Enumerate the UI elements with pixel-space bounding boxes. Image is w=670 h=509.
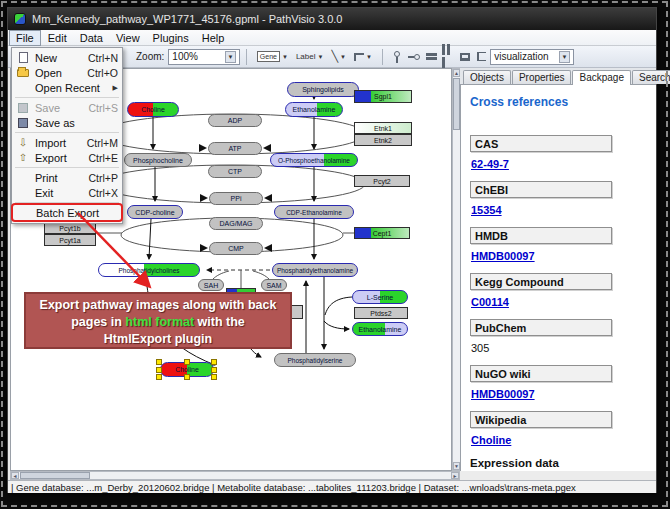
align-center-x-button[interactable] — [391, 48, 404, 65]
connector-tool-button[interactable]: ▼ — [351, 48, 375, 66]
gene-node-pcyt2[interactable]: Pcyt2 — [354, 175, 410, 187]
node-phosphatidylserine[interactable]: Phosphatidylserine — [274, 353, 356, 367]
align-center-y-button[interactable] — [408, 48, 421, 65]
gene-node-pcyt1a[interactable]: Pcyt1a — [44, 234, 96, 246]
gene-node-sgpl1[interactable]: Sgpl1 — [354, 90, 412, 103]
send-to-back-button[interactable] — [475, 48, 488, 65]
scroll-right-icon[interactable]: ► — [451, 472, 459, 479]
visualization-combobox[interactable]: visualization ▼ — [490, 49, 574, 65]
chevron-down-icon[interactable]: ▼ — [340, 54, 346, 60]
node-o-phosphoethanolamine[interactable]: O-Phosphoethanolamine — [270, 153, 358, 167]
menu-help[interactable]: Help — [196, 31, 231, 45]
xref-link[interactable]: HMDB00097 — [471, 388, 648, 400]
node-atp[interactable]: ATP — [208, 142, 262, 155]
selection-handle[interactable] — [156, 367, 162, 373]
node-dag-mag[interactable]: DAG/MAG — [209, 217, 263, 230]
node-choline[interactable]: Choline — [127, 102, 179, 117]
canvas-horizontal-scrollbar[interactable]: ◄ ► — [10, 471, 460, 480]
line-tool-button[interactable]: ╲ ▼ — [328, 48, 349, 66]
node-cdp-ethanolamine[interactable]: CDP-Ethanolamine — [274, 205, 354, 219]
selection-handle[interactable] — [184, 374, 190, 380]
xref-section-pubchem: PubChem 305 — [470, 319, 648, 354]
xref-link[interactable]: C00114 — [471, 296, 648, 308]
add-label-button[interactable]: Label ▼ — [293, 48, 327, 66]
xref-section-chebi: ChEBI 15354 — [470, 181, 648, 216]
file-menu-exit[interactable]: Exit Ctrl+X — [12, 185, 122, 200]
file-menu-import[interactable]: ⇩ Import Ctrl+M — [12, 135, 122, 150]
app-window: Mm_Kennedy_pathway_WP1771_45176.gpml - P… — [7, 7, 657, 493]
xref-section-hmdb: HMDB HMDB00097 — [470, 227, 648, 262]
zoom-combobox[interactable]: 100% ▼ — [168, 49, 240, 65]
xref-title: Kegg Compound — [470, 273, 612, 290]
tab-objects[interactable]: Objects — [463, 70, 511, 84]
menu-plugins[interactable]: Plugins — [147, 31, 195, 45]
node-ethanolamine[interactable]: Ethanolamine — [285, 102, 343, 117]
xref-title: PubChem — [470, 319, 612, 336]
chevron-down-icon[interactable]: ▼ — [225, 51, 236, 63]
gene-node-ptdss2[interactable]: Ptdss2 — [354, 307, 408, 319]
vertical-scroll-thumb[interactable] — [453, 78, 460, 130]
file-menu-batch-export[interactable]: Batch Export — [13, 205, 121, 220]
scroll-left-icon[interactable]: ◄ — [11, 472, 19, 479]
common-height-button[interactable] — [425, 48, 438, 65]
node-sam[interactable]: SAM — [261, 279, 287, 291]
node-phosphatidylcholines[interactable]: Phosphatidylcholines — [98, 263, 200, 277]
chevron-down-icon[interactable]: ▼ — [318, 54, 324, 60]
xref-link[interactable]: HMDB00097 — [471, 250, 648, 262]
title-bar[interactable]: Mm_Kennedy_pathway_WP1771_45176.gpml - P… — [8, 8, 656, 30]
backpage-content[interactable]: Cross references CAS 62-49-7 ChEBI 15354… — [460, 85, 656, 471]
xref-link[interactable]: 15354 — [471, 204, 648, 216]
node-l-serine[interactable]: L-Serine — [352, 290, 408, 304]
scroll-down-icon[interactable]: ▼ — [453, 462, 460, 470]
menu-edit[interactable]: Edit — [42, 31, 73, 45]
window-title: Mm_Kennedy_pathway_WP1771_45176.gpml - P… — [32, 13, 342, 25]
menu-file[interactable]: File — [9, 30, 41, 46]
node-phosphatidylethanolamine[interactable]: Phosphatidylethanolamine — [272, 263, 358, 277]
file-menu-save[interactable]: Save Ctrl+S — [12, 100, 122, 115]
common-width-button[interactable] — [441, 48, 454, 65]
tab-backpage[interactable]: Backpage — [572, 70, 630, 85]
selection-handle[interactable] — [211, 359, 217, 365]
gene-node-cept1[interactable]: Cept1 — [354, 227, 410, 239]
node-cdp-choline[interactable]: CDP-choline — [127, 205, 183, 219]
node-ppi[interactable]: PPi — [209, 192, 263, 205]
file-menu-print[interactable]: Print Ctrl+P — [12, 170, 122, 185]
node-sah[interactable]: SAH — [198, 279, 224, 291]
zoom-value: 100% — [172, 51, 221, 62]
gene-node-etnk1[interactable]: Etnk1 — [354, 122, 412, 134]
node-ctp[interactable]: CTP — [208, 165, 262, 178]
selection-handle[interactable] — [211, 367, 217, 373]
bring-to-front-button[interactable] — [458, 48, 471, 65]
selection-handle[interactable] — [211, 374, 217, 380]
selection-handle[interactable] — [184, 359, 190, 365]
add-gene-button[interactable]: Gene ▼ — [254, 48, 291, 66]
chevron-down-icon[interactable]: ▼ — [366, 54, 372, 60]
xref-link[interactable]: 62-49-7 — [471, 158, 648, 170]
file-menu-open-recent[interactable]: Open Recent ▶ — [12, 80, 122, 95]
selection-handle[interactable] — [156, 359, 162, 365]
menu-view[interactable]: View — [110, 31, 146, 45]
file-menu-new[interactable]: New Ctrl+N — [12, 50, 122, 65]
xref-link[interactable]: Choline — [471, 434, 648, 446]
menu-data[interactable]: Data — [74, 31, 109, 45]
chevron-down-icon[interactable]: ▼ — [282, 54, 288, 60]
node-cmp[interactable]: CMP — [209, 242, 263, 255]
node-sphingolipids[interactable]: Sphingolipids — [287, 82, 359, 97]
selection-handle[interactable] — [156, 374, 162, 380]
node-ethanolamine-bottom[interactable]: Ethanolamine — [352, 322, 408, 336]
file-menu-open[interactable]: Open Ctrl+O — [12, 65, 122, 80]
node-phosphocholine[interactable]: Phosphocholine — [124, 153, 192, 167]
annotation-callout: Export pathway images along with back pa… — [24, 292, 292, 349]
gene-icon: Gene — [257, 51, 280, 62]
tab-search[interactable]: Search — [632, 70, 670, 84]
horizontal-scroll-thumb[interactable] — [20, 472, 90, 479]
xref-title: Wikipedia — [470, 411, 612, 428]
tab-properties[interactable]: Properties — [512, 70, 572, 84]
scroll-up-icon[interactable]: ▲ — [453, 69, 460, 77]
node-adp[interactable]: ADP — [208, 114, 262, 127]
file-menu-export[interactable]: ⇧ Export Ctrl+E — [12, 150, 122, 165]
chevron-down-icon[interactable]: ▼ — [559, 51, 570, 63]
align-center-y-icon — [408, 54, 420, 60]
gene-node-etnk2[interactable]: Etnk2 — [354, 134, 412, 146]
file-menu-save-as[interactable]: Save as — [12, 115, 122, 130]
